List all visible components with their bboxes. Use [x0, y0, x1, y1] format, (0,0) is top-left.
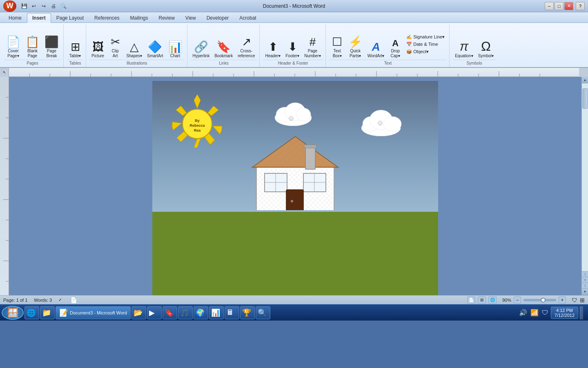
qa-redo[interactable]: ↪: [39, 2, 48, 11]
svg-marker-38: [208, 106, 218, 116]
vertical-scrollbar[interactable]: ▲ ⋮ ○ ⋮ ▼: [581, 77, 588, 295]
picture-icon: 🖼: [92, 41, 104, 53]
zoom-out-button[interactable]: −: [514, 296, 521, 304]
clip-art-button[interactable]: ✂ ClipArt: [107, 29, 123, 60]
tray-icon-1[interactable]: 🔊: [518, 308, 528, 317]
tab-home[interactable]: Home: [3, 13, 27, 22]
equation-button[interactable]: π Equation▾: [453, 29, 475, 60]
start-button[interactable]: 🪟: [2, 306, 24, 320]
svg-rect-0: [9, 68, 579, 77]
quick-parts-button[interactable]: ⚡ QuickParts▾: [346, 29, 365, 60]
picture-button[interactable]: 🖼 Picture: [89, 29, 106, 60]
title-bar: W 💾 ↩ ↪ 🖨 🔍 Document3 - Microsoft Word −…: [0, 0, 588, 12]
drop-cap-button[interactable]: A DropCap▾: [387, 29, 403, 60]
word-count: Words: 3: [34, 298, 52, 303]
restore-button[interactable]: □: [555, 2, 564, 10]
qa-save[interactable]: 💾: [20, 2, 29, 11]
taskbar-calc-button[interactable]: 🖩: [225, 306, 239, 319]
scroll-up-button[interactable]: ▲: [582, 77, 588, 83]
taskbar-globe-button[interactable]: 🌍: [194, 306, 208, 319]
clip-art-icon: ✂: [111, 36, 120, 48]
svg-marker-37: [194, 94, 200, 108]
svg-point-54: [290, 118, 291, 119]
page-number-button[interactable]: # PageNumber▾: [302, 29, 323, 60]
page-break-button[interactable]: ⬛ PageBreak: [42, 29, 61, 60]
bookmark-button[interactable]: 🔖 Bookmark: [212, 29, 235, 60]
taskbar-trophy-button[interactable]: 🏆: [240, 306, 255, 319]
close-button[interactable]: ✕: [564, 2, 573, 10]
scroll-down-button[interactable]: ▼: [582, 289, 588, 295]
tray-icon-2[interactable]: 📶: [530, 308, 539, 317]
scroll-page-up-button[interactable]: ⋮: [582, 272, 588, 277]
scroll-page-down-button[interactable]: ⋮: [582, 283, 588, 289]
tab-review[interactable]: Review: [153, 13, 180, 22]
wordart-button[interactable]: A WordArt▾: [365, 29, 387, 60]
view-web-button[interactable]: 🌐: [488, 296, 497, 304]
signature-line-button[interactable]: ✍ Signature Line▾: [404, 34, 447, 40]
qa-undo[interactable]: ↩: [29, 2, 38, 11]
tab-references[interactable]: References: [89, 13, 125, 22]
qa-print[interactable]: 🖨: [49, 2, 58, 11]
blank-page-button[interactable]: 📋 BlankPage: [23, 29, 42, 60]
smartart-button[interactable]: 🔷 SmartArt: [145, 29, 165, 60]
qa-preview[interactable]: 🔍: [59, 2, 68, 11]
symbol-button[interactable]: Ω Symbol▾: [476, 29, 496, 60]
shapes-button[interactable]: △ Shapes▾: [124, 29, 144, 60]
chart-icon: 📊: [211, 308, 220, 317]
cover-page-button[interactable]: 📄 CoverPage▾: [4, 29, 22, 60]
show-desktop-button[interactable]: [580, 306, 583, 319]
tab-insert[interactable]: Insert: [27, 13, 51, 23]
zoom-area: 📄 ⊞ 🌐 90% − + 🛡 ⊞: [467, 296, 585, 304]
tab-mailings[interactable]: Mailings: [125, 13, 153, 22]
table-button[interactable]: ⊞ Table▾: [67, 29, 83, 60]
zoom-in-button[interactable]: +: [559, 296, 566, 304]
table-icon: ⊞: [71, 41, 80, 53]
illustrations-buttons: 🖼 Picture ✂ ClipArt △ Shapes▾ 🔷 SmartArt…: [89, 25, 185, 60]
hyperlink-button[interactable]: 🔗 Hyperlink: [191, 29, 212, 60]
taskbar-folder-button[interactable]: 📂: [131, 306, 146, 319]
taskbar-search2-button[interactable]: 🔍: [256, 306, 270, 319]
footer-button[interactable]: ⬇ Footer▾: [283, 29, 301, 60]
taskbar-app1-button[interactable]: 🔖: [163, 306, 177, 319]
expand-button[interactable]: ⊞: [580, 297, 585, 303]
footer-icon: ⬇: [288, 41, 297, 53]
office-logo[interactable]: W: [3, 0, 16, 12]
zoom-slider[interactable]: [523, 299, 556, 301]
search2-icon: 🔍: [258, 308, 267, 317]
tab-acrobat[interactable]: Acrobat: [234, 13, 261, 22]
cross-reference-button[interactable]: ↗ Cross-reference: [236, 29, 257, 60]
view-layout-button[interactable]: 📄: [467, 296, 475, 304]
taskbar-ie-button[interactable]: 🌐: [24, 306, 39, 319]
header-icon: ⬆: [268, 41, 278, 53]
system-clock[interactable]: 4:12 PM 7/12/2012: [551, 307, 578, 319]
sun-illustration: By Rebecca Rea: [169, 93, 222, 150]
tab-developer[interactable]: Developer: [201, 13, 234, 22]
date-time-icon: 📅: [406, 42, 412, 47]
view-fullscreen-button[interactable]: ⊞: [478, 296, 486, 304]
svg-rect-77: [304, 145, 316, 148]
help-button[interactable]: ?: [576, 2, 585, 10]
taskbar-word-button[interactable]: 📝 Document3 - Microsoft Word: [56, 306, 131, 319]
trophy-icon: 🏆: [242, 308, 251, 317]
minimize-button[interactable]: −: [545, 2, 554, 10]
chart-button[interactable]: 📊 Chart: [166, 29, 185, 60]
scroll-select-button[interactable]: ○: [582, 277, 588, 283]
scroll-thumb[interactable]: [582, 88, 588, 109]
object-button[interactable]: 📦 Object▾: [404, 48, 447, 55]
svg-marker-44: [176, 106, 187, 116]
textbox-button[interactable]: ☐ TextBox▾: [329, 29, 345, 60]
date-time-button[interactable]: 📅 Date & Time: [404, 41, 447, 48]
taskbar-media-button[interactable]: ▶: [147, 306, 162, 319]
svg-point-87: [291, 200, 293, 202]
tab-view[interactable]: View: [180, 13, 201, 22]
header-button[interactable]: ⬆ Header▾: [263, 29, 283, 60]
tab-page-layout[interactable]: Page Layout: [51, 13, 89, 22]
zoom-slider-thumb[interactable]: [541, 298, 546, 303]
status-bar: Page: 1 of 1 Words: 3 ✓ 📄 📄 ⊞ 🌐 90% − + …: [0, 295, 588, 304]
taskbar-music-button[interactable]: 🎵: [178, 306, 193, 319]
tray-icon-3[interactable]: 🛡: [541, 308, 549, 317]
taskbar-explorer-button[interactable]: 📁: [40, 306, 55, 319]
shapes-icon: △: [130, 41, 139, 53]
blank-page-icon: 📋: [25, 36, 40, 48]
taskbar-chart-button[interactable]: 📊: [209, 306, 224, 319]
